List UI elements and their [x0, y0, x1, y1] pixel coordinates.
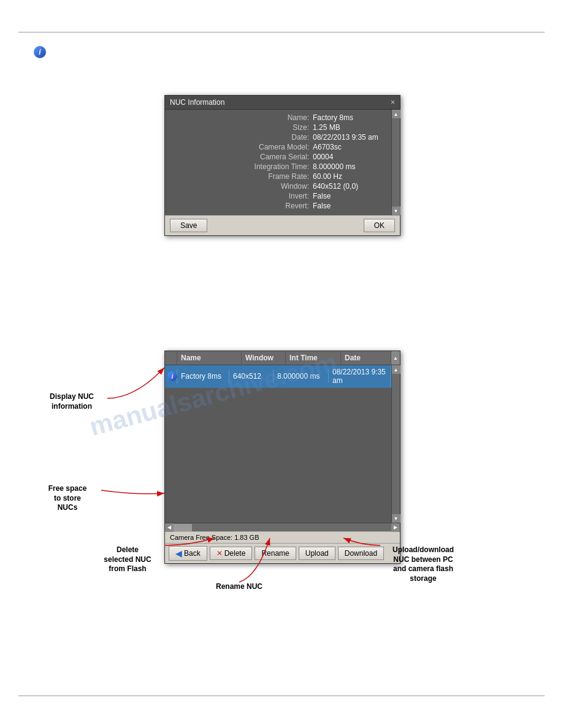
- delete-icon: ✕: [216, 549, 223, 558]
- row-info-icon: i: [167, 371, 177, 381]
- header-scroll-btn[interactable]: ▲: [391, 351, 400, 365]
- panel-buttons: ◀ Back ✕ Delete Rename Upload Download: [165, 543, 400, 563]
- dialog-content: Name: Factory 8ms Size: 1.25 MB Date: 08…: [165, 110, 391, 215]
- back-icon: ◀: [175, 548, 182, 558]
- scrollbar-track: [392, 118, 400, 207]
- col-header-date: Date: [341, 351, 391, 365]
- info-row-integration-time: Integration Time: 8.000000 ms: [170, 162, 386, 171]
- list-item[interactable]: i Factory 8ms 640x512 8.000000 ms 08/22/…: [165, 365, 391, 388]
- dialog-title: NUC Information: [170, 98, 224, 107]
- col-header-window: Window: [242, 351, 286, 365]
- info-row-camera-serial: Camera Serial: 00004: [170, 153, 386, 161]
- back-button[interactable]: ◀ Back: [169, 546, 207, 561]
- row-int-time: 8.000000 ms: [274, 370, 329, 383]
- scrollbar-up-arrow[interactable]: ▲: [392, 110, 400, 118]
- list-scroll-up[interactable]: ▲: [392, 365, 400, 374]
- col-header-name: Name: [177, 351, 242, 365]
- top-rule: [18, 32, 545, 32]
- info-row-date: Date: 08/22/2013 9:35 am: [170, 133, 386, 142]
- dialog-ok-button[interactable]: OK: [364, 219, 395, 232]
- nuc-list-panel: Name Window Int Time Date ▲ i Factory 8m…: [164, 351, 400, 564]
- hscroll-thumb[interactable]: [174, 524, 192, 531]
- info-row-invert: Invert: False: [170, 192, 386, 200]
- panel-list-body: i Factory 8ms 640x512 8.000000 ms 08/22/…: [165, 365, 400, 523]
- annotation-delete-nuc: Deleteselected NUCfrom Flash: [91, 545, 164, 574]
- hscroll-right-arrow[interactable]: ▶: [391, 523, 400, 532]
- annotation-display-nuc: Display NUCinformation: [38, 392, 105, 411]
- panel-list-content: i Factory 8ms 640x512 8.000000 ms 08/22/…: [165, 365, 391, 523]
- dialog-body: Name: Factory 8ms Size: 1.25 MB Date: 08…: [165, 110, 400, 215]
- panel-hscrollbar[interactable]: ◀ ▶: [165, 523, 400, 531]
- dialog-titlebar: NUC Information ×: [165, 96, 400, 110]
- info-row-revert: Revert: False: [170, 202, 386, 210]
- delete-button[interactable]: ✕ Delete: [210, 547, 253, 560]
- dialog-scrollbar[interactable]: ▲ ▼: [391, 110, 400, 215]
- row-date: 08/22/2013 9:35 am: [329, 365, 391, 387]
- panel-header: Name Window Int Time Date ▲: [165, 351, 400, 365]
- col-header-int-time: Int Time: [286, 351, 341, 365]
- annotation-rename-nuc: Rename NUC: [209, 582, 270, 592]
- nuc-information-dialog: NUC Information × Name: Factory 8ms Size…: [164, 95, 400, 236]
- hscroll-left-arrow[interactable]: ◀: [165, 523, 174, 532]
- list-scroll-track: [392, 374, 400, 514]
- annotation-upload-download: Upload/downloadNUC between PCand camera …: [380, 545, 466, 583]
- info-row-size: Size: 1.25 MB: [170, 123, 386, 132]
- upload-button[interactable]: Upload: [299, 547, 335, 560]
- info-row-frame-rate: Frame Rate: 60.00 Hz: [170, 172, 386, 181]
- list-scrollbar[interactable]: ▲ ▼: [391, 365, 400, 523]
- row-window: 640x512: [229, 370, 274, 383]
- dialog-footer: Save OK: [165, 215, 400, 235]
- info-row-name: Name: Factory 8ms: [170, 113, 386, 122]
- rename-button[interactable]: Rename: [255, 547, 296, 560]
- info-row-camera-model: Camera Model: A6703sc: [170, 143, 386, 151]
- row-name: Factory 8ms: [177, 370, 229, 383]
- dialog-close-button[interactable]: ×: [391, 99, 395, 106]
- hscroll-track: [174, 523, 391, 531]
- info-row-window: Window: 640x512 (0,0): [170, 182, 386, 191]
- bottom-rule: [18, 696, 545, 696]
- row-icon-cell: i: [165, 369, 177, 384]
- list-empty-area: [165, 388, 391, 523]
- annotation-free-space: Free spaceto storeNUCs: [34, 484, 101, 513]
- scrollbar-down-arrow[interactable]: ▼: [392, 207, 400, 215]
- panel-status: Camera Free Space: 1.83 GB: [165, 531, 400, 543]
- dialog-save-button[interactable]: Save: [170, 219, 207, 232]
- page-info-icon: i: [34, 46, 47, 59]
- list-scroll-down[interactable]: ▼: [392, 514, 400, 523]
- download-button[interactable]: Download: [338, 547, 384, 560]
